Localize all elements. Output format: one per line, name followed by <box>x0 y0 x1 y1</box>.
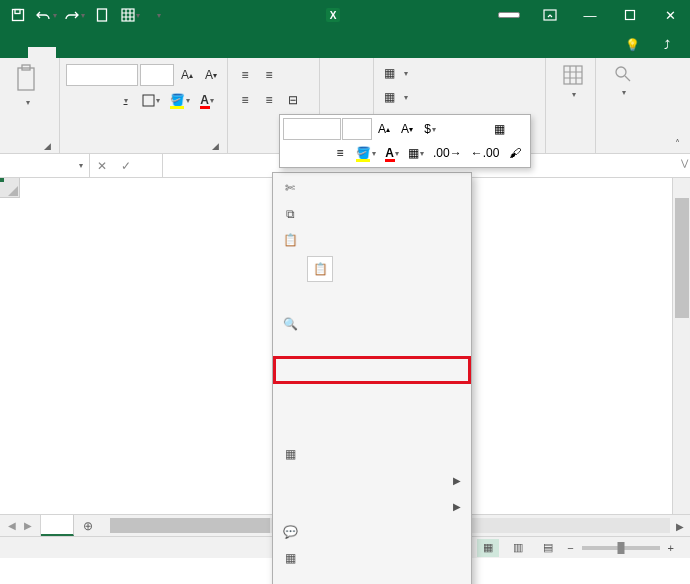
share-button[interactable]: ⤴ <box>654 32 684 58</box>
fill-color-button[interactable]: 🪣▾ <box>166 89 194 111</box>
editing-button[interactable]: ▾ <box>602 60 644 126</box>
close-icon[interactable]: ✕ <box>650 0 690 30</box>
ribbon-options-icon[interactable] <box>530 0 570 30</box>
maximize-icon[interactable] <box>610 0 650 30</box>
ctx-format-cells[interactable]: ▦ <box>273 545 471 571</box>
ctx-sort[interactable]: ▶ <box>273 493 471 519</box>
mini-font-size[interactable] <box>342 118 372 140</box>
mini-italic-button[interactable] <box>306 142 328 164</box>
expand-formula-icon[interactable]: ⋁ <box>681 158 688 168</box>
mini-increase-font-icon[interactable]: A▴ <box>373 118 395 140</box>
table-icon[interactable]: ▾ <box>116 1 144 29</box>
wrap-text-button[interactable] <box>282 64 304 86</box>
mini-table-icon[interactable]: ▦ <box>488 118 510 140</box>
save-icon[interactable] <box>4 1 32 29</box>
sign-in-button[interactable] <box>498 12 520 18</box>
qat-customize-icon[interactable]: ▾ <box>144 1 172 29</box>
align-left-icon[interactable]: ≡ <box>234 89 256 111</box>
name-box[interactable]: ▾ <box>0 154 90 177</box>
zoom-in-button[interactable]: + <box>668 542 674 554</box>
quick-analysis-icon: ▦ <box>281 447 299 461</box>
mini-dec-decimal-icon[interactable]: .00→ <box>429 142 466 164</box>
vertical-scrollbar[interactable] <box>672 178 690 514</box>
cancel-formula-icon[interactable]: ✕ <box>90 159 114 173</box>
page-layout-view-icon[interactable]: ▥ <box>507 539 529 557</box>
tab-file[interactable] <box>0 47 28 58</box>
format-as-table-button[interactable]: ▦▾ <box>380 86 412 108</box>
tab-view[interactable] <box>196 47 224 58</box>
page-icon[interactable] <box>88 1 116 29</box>
mini-inc-decimal-icon[interactable]: ←.00 <box>467 142 504 164</box>
normal-view-icon[interactable]: ▦ <box>477 539 499 557</box>
ctx-quick-analysis[interactable]: ▦ <box>273 441 471 467</box>
underline-button[interactable]: ▾ <box>114 89 136 111</box>
ctx-clear-contents[interactable] <box>273 415 471 441</box>
table-format-icon: ▦ <box>384 90 395 104</box>
ctx-insert-comment[interactable]: 💬 <box>273 519 471 545</box>
ctx-smart-lookup[interactable]: 🔍 <box>273 311 471 337</box>
font-color-button[interactable]: A▾ <box>196 89 218 111</box>
mini-font-name[interactable] <box>283 118 341 140</box>
mini-format-painter-icon[interactable]: 🖌 <box>504 142 526 164</box>
paste-button[interactable]: ▾ <box>6 60 48 126</box>
mini-fill-color-icon[interactable]: 🪣▾ <box>352 142 380 164</box>
new-sheet-button[interactable]: ⊕ <box>74 515 102 536</box>
svg-rect-2 <box>98 9 107 21</box>
tab-review[interactable] <box>168 47 196 58</box>
ctx-cut[interactable]: ✄ <box>273 175 471 201</box>
tab-page-layout[interactable] <box>84 47 112 58</box>
sheet-nav-next-icon[interactable]: ▶ <box>20 520 36 531</box>
mini-decrease-font-icon[interactable]: A▾ <box>396 118 418 140</box>
tab-insert[interactable] <box>56 47 84 58</box>
minimize-icon[interactable]: — <box>570 0 610 30</box>
undo-icon[interactable]: ▾ <box>32 1 60 29</box>
tab-formulas[interactable] <box>112 47 140 58</box>
mini-font-color-icon[interactable]: A▾ <box>381 142 403 164</box>
ctx-translate[interactable] <box>273 337 471 363</box>
tell-me[interactable]: 💡 <box>615 32 654 58</box>
align-center-icon[interactable]: ≡ <box>258 89 280 111</box>
ctx-filter[interactable]: ▶ <box>273 467 471 493</box>
redo-icon[interactable]: ▾ <box>60 1 88 29</box>
collapse-ribbon-icon[interactable]: ˄ <box>668 135 686 151</box>
mini-border-icon[interactable]: ≡ <box>329 142 351 164</box>
align-mid-icon[interactable]: ≡ <box>258 64 280 86</box>
sheet-nav-prev-icon[interactable]: ◀ <box>4 520 20 531</box>
cells-button[interactable]: ▾ <box>552 60 594 126</box>
ctx-paste-special <box>273 285 471 311</box>
ctx-paste-default[interactable]: 📋 <box>307 256 333 282</box>
bold-button[interactable] <box>66 89 88 111</box>
ctx-copy[interactable]: ⧉ <box>273 201 471 227</box>
merge-button[interactable]: ⊟ <box>282 89 304 111</box>
font-size-select[interactable] <box>140 64 174 86</box>
sheet-tab-sheet1[interactable] <box>41 515 74 536</box>
ctx-insert[interactable] <box>273 363 471 389</box>
increase-font-icon[interactable]: A▴ <box>176 64 198 86</box>
border-button[interactable]: ▾ <box>138 89 164 111</box>
ctx-pick-list[interactable] <box>273 571 471 584</box>
percent-button[interactable] <box>336 64 358 86</box>
zoom-slider[interactable] <box>582 546 660 550</box>
launcher-icon[interactable]: ◢ <box>209 140 221 152</box>
svg-rect-1 <box>15 10 20 14</box>
enter-formula-icon[interactable]: ✓ <box>114 159 138 173</box>
mini-accounting-icon[interactable]: $▾ <box>419 118 441 140</box>
font-name-select[interactable] <box>66 64 138 86</box>
ctx-delete[interactable] <box>273 389 471 415</box>
tab-data[interactable] <box>140 47 168 58</box>
select-all-corner[interactable] <box>0 178 20 198</box>
launcher-icon[interactable]: ◢ <box>41 140 53 152</box>
tab-help[interactable] <box>224 47 252 58</box>
mini-bold-button[interactable] <box>283 142 305 164</box>
mini-comma-icon[interactable] <box>465 118 487 140</box>
conditional-formatting-button[interactable]: ▦▾ <box>380 62 412 84</box>
mini-borders-icon[interactable]: ▦▾ <box>404 142 428 164</box>
align-top-icon[interactable]: ≡ <box>234 64 256 86</box>
zoom-out-button[interactable]: − <box>567 542 573 554</box>
page-break-view-icon[interactable]: ▤ <box>537 539 559 557</box>
decrease-font-icon[interactable]: A▾ <box>200 64 222 86</box>
italic-button[interactable] <box>90 89 112 111</box>
tab-home[interactable] <box>28 47 56 58</box>
hscroll-right-icon[interactable]: ▶ <box>672 515 688 537</box>
mini-percent-icon[interactable] <box>442 118 464 140</box>
